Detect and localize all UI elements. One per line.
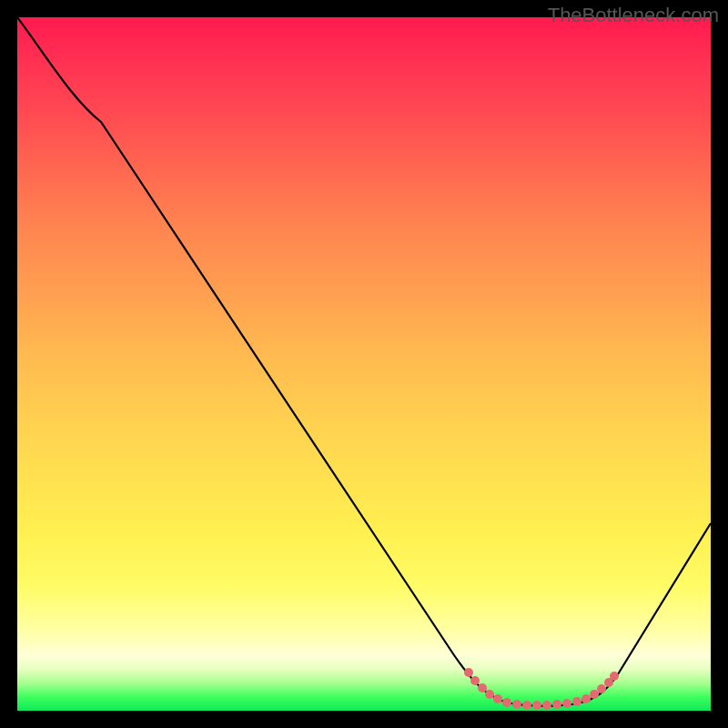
svg-point-8 bbox=[532, 701, 541, 710]
svg-point-12 bbox=[572, 697, 581, 706]
svg-point-17 bbox=[610, 672, 619, 681]
watermark-text: TheBottleneck.com bbox=[548, 4, 719, 27]
svg-point-1 bbox=[470, 676, 480, 685]
chart-plot-area bbox=[17, 17, 711, 711]
svg-point-7 bbox=[522, 701, 531, 710]
svg-point-9 bbox=[542, 701, 551, 710]
svg-point-4 bbox=[493, 694, 502, 703]
svg-point-14 bbox=[590, 690, 599, 699]
chart-svg bbox=[17, 17, 711, 711]
svg-point-2 bbox=[478, 683, 487, 693]
svg-point-0 bbox=[464, 668, 473, 677]
svg-point-5 bbox=[502, 698, 511, 707]
svg-point-15 bbox=[597, 684, 606, 693]
highlight-dots-group bbox=[464, 668, 619, 710]
svg-point-10 bbox=[552, 700, 561, 709]
curve-line bbox=[17, 17, 711, 706]
svg-point-13 bbox=[581, 694, 591, 703]
svg-point-6 bbox=[512, 700, 521, 709]
svg-point-11 bbox=[562, 699, 571, 708]
svg-point-3 bbox=[485, 690, 494, 699]
